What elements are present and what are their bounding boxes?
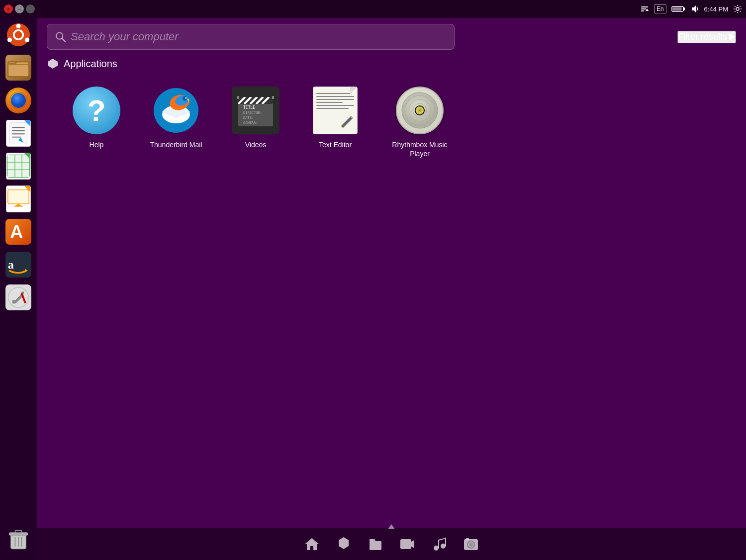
clock: 6:44 PM (704, 5, 728, 13)
svg-rect-8 (672, 7, 681, 11)
window-controls: × – (4, 4, 35, 13)
svg-text:A: A (10, 222, 23, 242)
minimize-button[interactable]: – (15, 4, 24, 13)
sidebar-item-ubuntu-software[interactable]: A (2, 216, 34, 248)
bottom-dock (37, 528, 746, 560)
thunderbird-icon (152, 87, 200, 134)
app-label-videos: Videos (245, 140, 267, 149)
svg-text:CAMERA:: CAMERA: (243, 121, 258, 125)
filter-results-button[interactable]: Filter results (677, 31, 736, 43)
svg-point-85 (434, 546, 439, 551)
svg-marker-28 (13, 204, 23, 207)
app-label-texteditor: Text Editor (319, 140, 352, 149)
svg-point-86 (441, 544, 446, 549)
applications-section-header: Applications (47, 58, 736, 70)
app-item-texteditor[interactable]: Text Editor (305, 87, 365, 158)
svg-text:a: a (8, 258, 14, 271)
svg-text:DATE:: DATE: (243, 116, 254, 120)
svg-rect-2 (641, 6, 648, 7)
app-item-rhythmbox[interactable]: Rhythmbox Music Player (385, 87, 455, 158)
sidebar-item-trash[interactable] (2, 523, 34, 555)
svg-rect-68 (272, 96, 274, 99)
search-icon (55, 31, 66, 42)
svg-rect-83 (400, 539, 411, 549)
app-grid: ? Help (47, 82, 736, 163)
svg-point-53 (183, 96, 187, 101)
svg-marker-82 (339, 537, 349, 549)
applications-section-title: Applications (64, 58, 117, 70)
main-area: Filter results Applications ? Help (37, 18, 746, 528)
battery-icon (671, 5, 685, 13)
sidebar: A a (0, 18, 37, 560)
app-label-rhythmbox: Rhythmbox Music Player (385, 140, 455, 158)
sidebar-item-writer[interactable] (2, 117, 34, 149)
svg-rect-3 (641, 8, 646, 9)
app-item-help[interactable]: ? Help (67, 87, 126, 158)
sidebar-item-system-tools[interactable] (2, 281, 34, 313)
language-indicator[interactable]: En (654, 4, 666, 13)
app-label-help: Help (90, 140, 104, 149)
dock-item-music[interactable] (427, 532, 451, 556)
svg-rect-7 (683, 7, 685, 10)
home-dock-icon (304, 536, 320, 552)
settings-icon[interactable] (733, 4, 742, 13)
applications-dock-icon (336, 536, 352, 552)
search-row: Filter results (47, 24, 736, 50)
app-item-videos[interactable]: TITLE DIRECTOR: DATE: CAMERA: Videos (226, 87, 285, 158)
top-bar: × – En 6:44 PM (0, 0, 746, 18)
svg-point-13 (16, 24, 20, 28)
files-dock-icon (368, 536, 383, 552)
sidebar-item-calc[interactable] (2, 150, 34, 182)
texteditor-icon (313, 87, 358, 134)
search-bar[interactable] (47, 24, 455, 50)
sidebar-item-files[interactable] (2, 52, 34, 84)
videos-icon: TITLE DIRECTOR: DATE: CAMERA: (232, 87, 280, 134)
rhythmbox-icon (396, 87, 444, 134)
svg-marker-81 (305, 538, 319, 550)
svg-point-89 (469, 543, 473, 547)
dock-item-files[interactable] (364, 532, 387, 556)
sort-icon (640, 4, 649, 13)
svg-point-10 (736, 7, 739, 10)
dock-item-home[interactable] (300, 532, 324, 556)
app-label-thunderbird: Thunderbird Mail (150, 140, 202, 149)
applications-section-icon (47, 58, 59, 70)
video-dock-icon (399, 536, 415, 552)
close-button[interactable]: × (4, 4, 13, 13)
search-input[interactable] (71, 30, 446, 43)
maximize-button[interactable] (26, 4, 35, 13)
scroll-indicator (388, 522, 395, 531)
sidebar-item-firefox[interactable] (2, 85, 34, 116)
dock-item-video[interactable] (395, 532, 419, 556)
svg-marker-31 (25, 269, 27, 273)
svg-point-79 (419, 109, 421, 111)
svg-point-15 (25, 38, 29, 42)
svg-marker-44 (729, 33, 735, 40)
svg-marker-84 (411, 540, 414, 548)
svg-marker-9 (692, 5, 696, 12)
svg-line-35 (21, 292, 23, 293)
svg-rect-67 (237, 96, 239, 99)
svg-rect-90 (466, 538, 469, 540)
svg-rect-4 (641, 10, 644, 11)
svg-point-33 (12, 300, 16, 304)
music-dock-icon (431, 536, 447, 552)
app-item-thunderbird[interactable]: Thunderbird Mail (146, 87, 206, 158)
system-tray: En 6:44 PM (640, 4, 742, 13)
volume-icon (690, 4, 699, 13)
sidebar-item-ubuntu-home[interactable] (2, 19, 34, 51)
svg-text:TITLE: TITLE (243, 105, 255, 110)
svg-marker-45 (48, 59, 58, 69)
dock-item-applications[interactable] (332, 532, 356, 556)
svg-line-43 (62, 38, 65, 42)
sidebar-item-impress[interactable] (2, 183, 34, 215)
dock-item-photos[interactable] (459, 532, 483, 556)
svg-point-14 (7, 38, 12, 42)
sidebar-item-amazon[interactable]: a (2, 249, 34, 280)
svg-point-54 (186, 97, 187, 99)
photos-dock-icon (463, 536, 479, 552)
svg-marker-80 (388, 524, 395, 529)
svg-text:DIRECTOR:: DIRECTOR: (243, 111, 262, 115)
help-icon: ? (73, 87, 120, 134)
svg-rect-16 (8, 62, 29, 77)
